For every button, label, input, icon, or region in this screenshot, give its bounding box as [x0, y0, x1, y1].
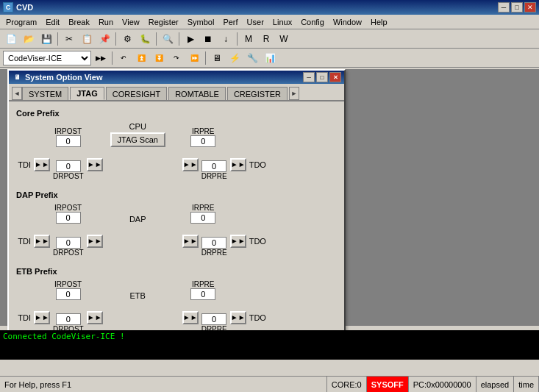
menu-view[interactable]: View [118, 16, 144, 28]
core-irpre-input[interactable] [190, 135, 215, 147]
dialog-close[interactable]: ✕ [329, 72, 341, 82]
etb-irpost-input[interactable] [56, 288, 81, 300]
tb2-b3[interactable]: ⏬ [151, 50, 167, 66]
toolbar-open[interactable]: 📂 [21, 31, 37, 47]
toolbar-stop[interactable]: ⏹ [200, 31, 216, 47]
section-core: Core Prefix IRPOST CPU JTAG Scan IRPRE [16, 109, 337, 180]
dap-chain-row: TDI ►► DRPOST ►► ►► DRPRE ►► TDO [16, 225, 337, 257]
core-mid-arrow1[interactable]: ►► [87, 158, 103, 171]
dap-irpost-label: IRPOST [54, 204, 82, 212]
menu-program[interactable]: Program [1, 16, 41, 28]
core-tdi-label: TDI [16, 160, 31, 169]
dialog-minimize[interactable]: ─ [303, 72, 315, 82]
tb2-b1[interactable]: ↶ [115, 50, 132, 66]
jtag-scan-button[interactable]: JTAG Scan [110, 132, 165, 147]
menu-window[interactable]: Window [329, 16, 366, 28]
etb-chain-row: TDI ►► DRPOST ►► ►► DRPRE ►► TDO [16, 302, 337, 333]
menu-linux[interactable]: Linux [268, 16, 296, 28]
toolbar-build[interactable]: ⚙ [119, 31, 135, 47]
core-drpost-input[interactable] [56, 160, 81, 172]
toolbar-mem2[interactable]: R [258, 31, 274, 47]
toolbar-copy[interactable]: 📋 [79, 31, 95, 47]
tb2-b7[interactable]: ⚡ [226, 50, 243, 66]
tab-scroll-left[interactable]: ◄ [12, 87, 22, 100]
toolbar-cut[interactable]: ✂ [61, 31, 77, 47]
dap-device-label: DAP [129, 215, 146, 224]
dialog-icon: 🖥 [12, 72, 22, 82]
console-output: Connected CodeViser-ICE ! [0, 330, 539, 360]
toolbar-search[interactable]: 🔍 [160, 31, 176, 47]
dap-tdi-arrow[interactable]: ►► [34, 235, 50, 248]
tb2-b5[interactable]: ⏩ [186, 50, 202, 66]
tb2-b8[interactable]: 🔧 [244, 50, 260, 66]
dap-drpost-label: DRPOST [53, 249, 84, 257]
menu-symbol[interactable]: Symbol [183, 16, 219, 28]
toolbar-run[interactable]: ▶ [182, 31, 199, 47]
dap-irpost-input[interactable] [56, 212, 81, 224]
dap-drpre-input[interactable] [201, 237, 226, 249]
toolbar-mem1[interactable]: M [240, 31, 257, 47]
toolbar-debug[interactable]: 🐛 [137, 31, 153, 47]
etb-mid-arrow2[interactable]: ►► [182, 311, 199, 324]
etb-irpost-label: IRPOST [54, 280, 82, 288]
dap-mid-arrow2[interactable]: ►► [182, 235, 199, 248]
menu-register[interactable]: Register [144, 16, 183, 28]
menu-help[interactable]: Help [366, 16, 392, 28]
title-bar: C CVD ─ □ ✕ [0, 0, 539, 15]
status-core: CORE:0 [327, 377, 367, 392]
tb2-b6[interactable]: 🖥 [209, 50, 225, 66]
core-tdi-arrow[interactable]: ►► [34, 158, 50, 171]
tab-scroll-right[interactable]: ► [289, 87, 299, 100]
menu-break[interactable]: Break [64, 16, 94, 28]
etb-drpost-input[interactable] [56, 313, 81, 325]
core-irpost-input[interactable] [56, 135, 81, 147]
dap-mid-arrow1[interactable]: ►► [87, 235, 103, 248]
tab-system[interactable]: SYSTEM [22, 87, 68, 100]
device-select[interactable]: CodeViser-ICE [3, 51, 91, 65]
core-drpre-label: DRPRE [201, 172, 227, 180]
menu-config[interactable]: Config [296, 16, 329, 28]
tab-jtag[interactable]: JTAG [70, 87, 104, 100]
dap-tdo-arrow[interactable]: ►► [230, 235, 246, 248]
etb-drpre-input[interactable] [201, 313, 226, 325]
core-prefix-label: Core Prefix [16, 109, 337, 118]
menu-run[interactable]: Run [94, 16, 118, 28]
core-tdo-arrow[interactable]: ►► [230, 158, 246, 171]
dap-tdo-label: TDO [249, 237, 270, 246]
dialog-title-text: System Option View [25, 73, 103, 82]
core-irpre-label: IRPRE [192, 127, 215, 135]
toolbar-mem3[interactable]: W [276, 31, 292, 47]
dap-irpre-input[interactable] [190, 212, 215, 224]
etb-mid-arrow1[interactable]: ►► [87, 311, 103, 324]
status-help: For Help, press F1 [0, 377, 327, 392]
core-mid-arrow2[interactable]: ►► [182, 158, 199, 171]
tb2-b9[interactable]: 📊 [262, 50, 278, 66]
dap-irpre-label: IRPRE [192, 204, 215, 212]
connect-btn[interactable]: ▶▶ [93, 50, 109, 66]
toolbar-new[interactable]: 📄 [3, 31, 19, 47]
tb2-b2[interactable]: ⏫ [133, 50, 149, 66]
dap-tdi-label: TDI [16, 237, 31, 246]
menu-edit[interactable]: Edit [41, 16, 64, 28]
maximize-button[interactable]: □ [511, 2, 523, 13]
dap-drpost-input[interactable] [56, 237, 81, 249]
toolbar-step[interactable]: ↓ [218, 31, 234, 47]
core-drpre-input[interactable] [201, 160, 226, 172]
toolbar-save[interactable]: 💾 [38, 31, 54, 47]
etb-irpre-input[interactable] [190, 288, 215, 300]
menu-perf[interactable]: Perf [218, 16, 242, 28]
tab-romtable[interactable]: ROMTABLE [168, 87, 226, 100]
section-dap: DAP Prefix IRPOST DAP IRPRE TDI ►► [16, 190, 337, 257]
minimize-button[interactable]: ─ [498, 2, 510, 13]
toolbar-paste[interactable]: 📌 [96, 31, 113, 47]
etb-tdo-arrow[interactable]: ►► [230, 311, 246, 324]
tab-cregister[interactable]: CREGISTER [227, 87, 288, 100]
tab-coresight[interactable]: CORESIGHT [106, 87, 167, 100]
close-button[interactable]: ✕ [524, 2, 536, 13]
app-icon: C [3, 2, 13, 13]
etb-tdi-arrow[interactable]: ►► [34, 311, 50, 324]
status-elapsed: elapsed [476, 377, 515, 392]
dialog-restore[interactable]: □ [316, 72, 328, 82]
tb2-b4[interactable]: ↷ [168, 50, 185, 66]
menu-user[interactable]: User [243, 16, 268, 28]
